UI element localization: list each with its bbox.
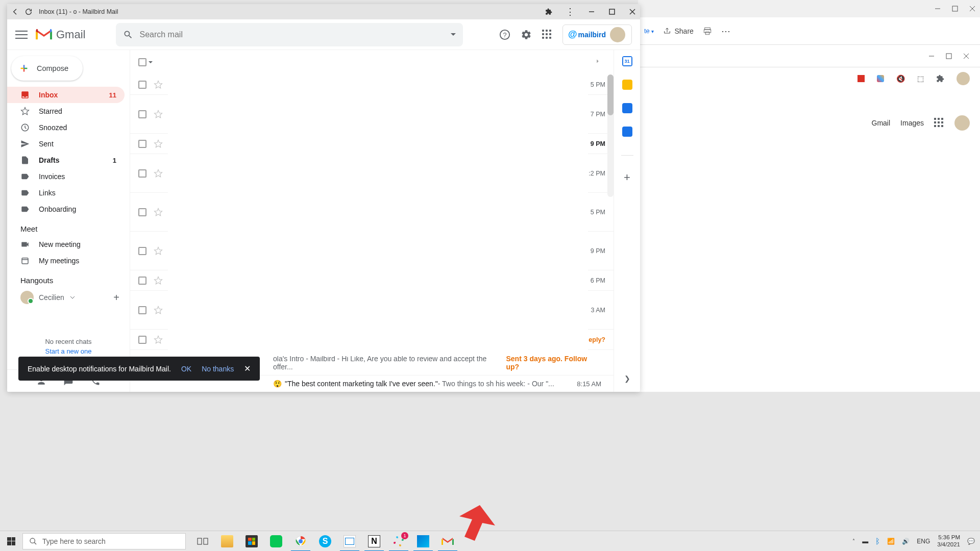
- mute-icon[interactable]: 🔇: [896, 74, 905, 83]
- collapse-panel-icon[interactable]: ❯: [624, 374, 630, 383]
- sidebar-item-invoices[interactable]: Invoices: [7, 168, 125, 185]
- bg-minimize-icon[interactable]: [934, 5, 941, 12]
- hamburger-icon[interactable]: [15, 29, 28, 41]
- mail-checkbox[interactable]: [138, 169, 146, 178]
- notification-no-button[interactable]: No thanks: [202, 365, 234, 373]
- reload-icon[interactable]: [24, 8, 33, 16]
- star-icon[interactable]: [154, 306, 163, 315]
- notification-close-icon[interactable]: ✕: [244, 364, 251, 373]
- apps-icon[interactable]: [542, 30, 552, 40]
- search-input[interactable]: [139, 30, 451, 39]
- sidebar-item-inbox[interactable]: Inbox11: [7, 87, 125, 103]
- bg-account-avatar[interactable]: [954, 115, 970, 131]
- sidebar-item-starred[interactable]: Starred: [7, 103, 125, 119]
- star-icon[interactable]: [154, 276, 163, 285]
- wifi-icon[interactable]: 📶: [887, 538, 895, 545]
- tasks-addon-icon[interactable]: [622, 103, 632, 113]
- bluetooth-icon[interactable]: ᛒ: [875, 537, 880, 545]
- compose-button[interactable]: Compose: [11, 56, 83, 81]
- bg-dropdown[interactable]: te ▾: [644, 27, 654, 35]
- sidebar-item-onboarding[interactable]: Onboarding: [7, 201, 125, 217]
- bg-gmail-link[interactable]: Gmail: [872, 119, 891, 127]
- file-explorer-icon[interactable]: [215, 531, 239, 552]
- bg-sub-minimize-icon[interactable]: [928, 53, 935, 60]
- sidebar-item-links[interactable]: Links: [7, 185, 125, 201]
- close-icon[interactable]: [629, 8, 636, 15]
- skype-icon[interactable]: S: [313, 531, 337, 552]
- extension-icon[interactable]: [545, 8, 552, 15]
- mail-scrollbar[interactable]: [607, 74, 614, 197]
- maximize-icon[interactable]: [608, 8, 616, 15]
- search-options-icon[interactable]: [451, 33, 456, 36]
- sidebar-item-snoozed[interactable]: Snoozed: [7, 119, 125, 136]
- calendar-addon-icon[interactable]: [622, 56, 632, 66]
- bg-maximize-icon[interactable]: [951, 5, 959, 12]
- mailbird-account-badge[interactable]: @mailbird: [562, 24, 632, 45]
- bg-sub-close-icon[interactable]: [963, 53, 970, 60]
- help-icon[interactable]: ?: [499, 29, 510, 40]
- back-icon[interactable]: [11, 8, 19, 16]
- search-box[interactable]: [116, 23, 463, 46]
- select-dropdown-icon[interactable]: [149, 61, 153, 63]
- slack-icon[interactable]: 1: [387, 531, 410, 552]
- peek-action-1[interactable]: Sent 3 days ago. Follow up?: [506, 355, 602, 371]
- bg-apps-icon[interactable]: [934, 118, 944, 128]
- star-icon[interactable]: [154, 80, 163, 89]
- notification-ok-button[interactable]: OK: [181, 365, 191, 373]
- menu-icon[interactable]: ⋮: [566, 6, 575, 17]
- mail-checkbox[interactable]: [138, 140, 146, 148]
- mail-checkbox[interactable]: [138, 81, 146, 89]
- star-icon[interactable]: [154, 208, 163, 217]
- start-new-chat-link[interactable]: Start a new one: [7, 347, 130, 355]
- puzzle-icon[interactable]: [936, 74, 944, 83]
- scroll-thumb[interactable]: [607, 74, 614, 115]
- star-icon[interactable]: [154, 335, 163, 344]
- minimize-icon[interactable]: [588, 8, 595, 15]
- sidebar-item-sent[interactable]: Sent: [7, 136, 125, 152]
- mail-checkbox[interactable]: [138, 110, 146, 118]
- next-page-icon[interactable]: [594, 58, 601, 65]
- new-meeting-button[interactable]: New meeting: [7, 236, 125, 253]
- tray-clock[interactable]: 5:36 PM 3/4/2021: [937, 534, 960, 548]
- add-addon-icon[interactable]: +: [624, 171, 630, 184]
- bg-sub-maximize-icon[interactable]: [945, 53, 952, 60]
- notion-icon[interactable]: N: [362, 531, 386, 552]
- mail-checkbox[interactable]: [138, 336, 146, 344]
- language-indicator[interactable]: ENG: [917, 538, 930, 545]
- task-view-icon[interactable]: [191, 531, 214, 552]
- store-icon[interactable]: [240, 531, 263, 552]
- settings-icon[interactable]: [521, 29, 532, 40]
- sidebar-item-drafts[interactable]: Drafts1: [7, 152, 125, 168]
- bg-images-link[interactable]: Images: [900, 119, 924, 127]
- line-app-icon[interactable]: [264, 531, 288, 552]
- hangouts-new-icon[interactable]: +: [113, 292, 119, 304]
- my-meetings-button[interactable]: My meetings: [7, 253, 125, 269]
- mail-app-icon[interactable]: [338, 531, 361, 552]
- bg-close-icon[interactable]: [969, 5, 976, 12]
- start-button[interactable]: [0, 531, 22, 552]
- ext-icon-2[interactable]: [877, 75, 884, 82]
- notifications-icon[interactable]: 💬: [967, 538, 975, 545]
- keep-addon-icon[interactable]: [622, 80, 632, 90]
- bg-print-icon[interactable]: [703, 27, 712, 36]
- volume-icon[interactable]: 🔊: [902, 538, 910, 545]
- bg-share-button[interactable]: Share: [663, 27, 693, 35]
- mail-checkbox[interactable]: [138, 247, 146, 255]
- taskbar-search[interactable]: Type here to search: [22, 533, 186, 549]
- contacts-addon-icon[interactable]: [622, 127, 632, 137]
- chrome-icon[interactable]: [289, 531, 312, 552]
- bg-avatar[interactable]: [957, 72, 970, 85]
- ext-icon-1[interactable]: [857, 75, 865, 82]
- hangouts-user[interactable]: Cecilien +: [7, 288, 130, 307]
- mail-checkbox[interactable]: [138, 208, 146, 216]
- star-icon[interactable]: [154, 246, 163, 256]
- mail-checkbox[interactable]: [138, 277, 146, 285]
- bg-more-icon[interactable]: ⋯: [721, 26, 731, 37]
- select-all-checkbox[interactable]: [138, 58, 146, 66]
- ext-icon-3[interactable]: ⬚: [917, 74, 924, 83]
- star-icon[interactable]: [154, 139, 163, 148]
- photos-icon[interactable]: [411, 531, 435, 552]
- mail-checkbox[interactable]: [138, 306, 146, 314]
- battery-icon[interactable]: ▬: [862, 538, 868, 545]
- star-icon[interactable]: [154, 110, 163, 119]
